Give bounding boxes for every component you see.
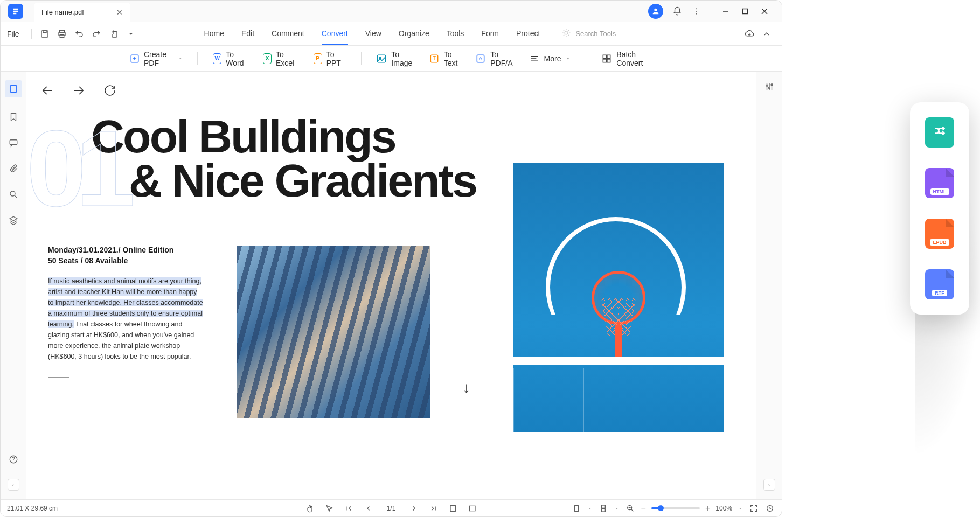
nav-back-icon[interactable] (39, 82, 55, 99)
tab-protect[interactable]: Protect (516, 23, 540, 45)
folder-shuffle-icon[interactable] (925, 117, 954, 148)
chevron-up-icon[interactable] (759, 26, 774, 41)
zoom-slider[interactable] (651, 507, 700, 509)
svg-point-44 (766, 85, 768, 86)
fullscreen-icon[interactable] (748, 503, 759, 514)
epub-format-icon[interactable]: EPUB (925, 219, 954, 249)
svg-line-19 (568, 35, 569, 36)
document-view[interactable]: 01 Cool Bulldings & Nice Gradients Monda… (26, 109, 756, 499)
save-icon[interactable] (37, 26, 52, 41)
more-button[interactable]: More (529, 53, 571, 64)
dropdown-icon[interactable] (123, 26, 138, 41)
to-excel-button[interactable]: X To Excel (263, 50, 298, 67)
lightbulb-icon (561, 28, 571, 39)
maximize-window-icon[interactable] (741, 7, 749, 16)
file-menu[interactable]: File (7, 30, 19, 38)
zoom-minus-icon[interactable]: − (641, 504, 646, 513)
user-avatar-icon[interactable] (648, 4, 663, 19)
svg-rect-12 (60, 34, 64, 37)
kebab-menu-icon[interactable] (691, 6, 702, 17)
continuous-page-icon[interactable] (598, 503, 609, 514)
to-pdfa-button[interactable]: A To PDF/A (475, 50, 513, 67)
html-label: HTML (930, 188, 949, 195)
divider (48, 377, 69, 378)
chevron-down-icon[interactable] (614, 506, 620, 511)
chevron-down-icon[interactable] (738, 506, 743, 511)
next-page-icon[interactable] (408, 503, 419, 514)
batch-icon (601, 53, 612, 64)
menubar: File Home Edit Comment Convert View Orga… (1, 22, 782, 46)
batch-convert-button[interactable]: Batch Convert (601, 50, 652, 67)
to-image-button[interactable]: To Image (376, 50, 413, 67)
close-window-icon[interactable] (760, 7, 769, 16)
file-tab[interactable]: File name.pdf ✕ (34, 3, 130, 22)
doc-title-line1: Cool Bulldings (91, 115, 734, 159)
redo-icon[interactable] (89, 26, 104, 41)
to-ppt-label: To PPT (326, 50, 346, 67)
prev-page-icon[interactable] (363, 503, 374, 514)
clock-icon[interactable] (764, 503, 775, 514)
tab-view[interactable]: View (365, 23, 381, 45)
fit-page-icon[interactable] (467, 503, 477, 514)
tab-tools[interactable]: Tools (447, 23, 464, 45)
help-icon[interactable] (7, 453, 20, 466)
cloud-upload-icon[interactable] (742, 26, 757, 41)
select-tool-icon[interactable] (324, 503, 335, 514)
share-icon[interactable] (106, 26, 121, 41)
search-icon[interactable] (7, 188, 20, 201)
svg-text:T: T (433, 55, 436, 61)
comment-icon[interactable] (7, 136, 20, 149)
close-tab-icon[interactable]: ✕ (116, 8, 123, 17)
search-tools[interactable]: Search Tools (561, 28, 616, 39)
to-word-button[interactable]: W To Word (213, 50, 248, 67)
svg-point-48 (771, 84, 773, 86)
tab-organize[interactable]: Organize (399, 23, 429, 45)
collapse-right-icon[interactable]: › (763, 479, 775, 491)
single-page-icon[interactable] (571, 503, 582, 514)
tab-comment[interactable]: Comment (272, 23, 304, 45)
tab-convert[interactable]: Convert (322, 23, 348, 45)
text-column: Monday/31.01.2021./ Online Edition 50 Se… (48, 246, 204, 418)
hand-tool-icon[interactable] (305, 503, 316, 514)
sliders-icon[interactable] (763, 80, 776, 93)
zoom-out-icon[interactable] (625, 503, 636, 514)
date-line: Monday/31.01.2021./ Online Edition (48, 246, 204, 254)
notification-bell-icon[interactable] (672, 6, 683, 17)
chevron-down-icon[interactable] (587, 506, 593, 511)
first-page-icon[interactable] (344, 503, 355, 514)
page-indicator[interactable]: 1/1 (383, 504, 400, 513)
rtf-format-icon[interactable]: RTF (925, 269, 954, 299)
bookmark-icon[interactable] (7, 110, 20, 123)
to-text-button[interactable]: T To Text (429, 50, 461, 67)
collapse-left-icon[interactable]: ‹ (8, 479, 19, 491)
attachment-icon[interactable] (7, 162, 20, 175)
to-pdfa-label: To PDF/A (490, 50, 513, 67)
layers-icon[interactable] (7, 214, 20, 227)
create-pdf-label: Create PDF (144, 50, 174, 67)
last-page-icon[interactable] (428, 503, 439, 514)
to-word-label: To Word (226, 50, 248, 67)
to-excel-label: To Excel (276, 50, 298, 67)
create-pdf-button[interactable]: Create PDF (130, 50, 182, 67)
print-icon[interactable] (54, 26, 69, 41)
svg-rect-38 (10, 85, 16, 93)
to-text-label: To Text (444, 50, 461, 67)
tab-edit[interactable]: Edit (241, 23, 254, 45)
svg-rect-39 (10, 140, 17, 145)
plus-square-icon (130, 53, 140, 64)
fit-width-icon[interactable] (447, 503, 458, 514)
refresh-icon[interactable] (102, 82, 118, 99)
left-sidebar: ‹ (1, 72, 26, 499)
minimize-window-icon[interactable] (721, 7, 730, 16)
html-format-icon[interactable]: HTML (925, 168, 954, 198)
pdfa-icon: A (475, 53, 486, 64)
undo-icon[interactable] (72, 26, 87, 41)
zoom-slider-thumb[interactable] (658, 505, 664, 511)
tab-home[interactable]: Home (204, 23, 224, 45)
thumbnails-icon[interactable] (5, 80, 22, 97)
app-logo-icon[interactable] (8, 4, 23, 19)
tab-form[interactable]: Form (481, 23, 499, 45)
to-ppt-button[interactable]: P To PPT (314, 50, 346, 67)
zoom-plus-icon[interactable]: + (705, 504, 710, 513)
nav-forward-icon[interactable] (71, 82, 87, 99)
